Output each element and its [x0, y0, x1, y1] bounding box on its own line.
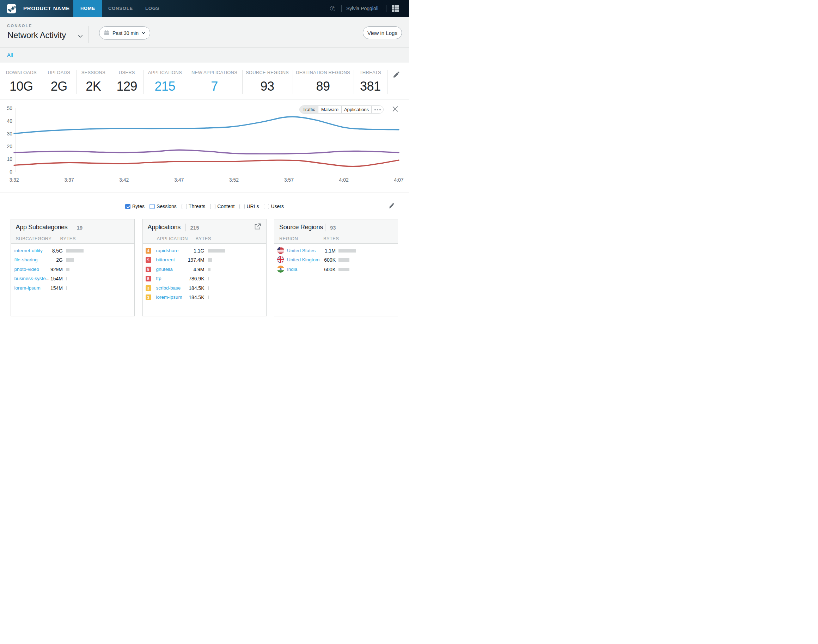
- svg-text:4:02: 4:02: [339, 177, 348, 183]
- svg-text:3:37: 3:37: [64, 177, 74, 183]
- svg-text:3:32: 3:32: [9, 177, 19, 183]
- svg-text:50: 50: [7, 106, 12, 111]
- svg-text:10: 10: [7, 156, 12, 162]
- svg-text:3:52: 3:52: [229, 177, 239, 183]
- svg-text:3:42: 3:42: [119, 177, 129, 183]
- svg-text:40: 40: [7, 118, 12, 124]
- svg-text:3:47: 3:47: [174, 177, 184, 183]
- svg-text:20: 20: [7, 144, 12, 149]
- svg-text:3:57: 3:57: [284, 177, 294, 183]
- svg-text:0: 0: [9, 169, 12, 175]
- svg-text:30: 30: [7, 131, 12, 136]
- svg-text:4:07: 4:07: [394, 177, 403, 183]
